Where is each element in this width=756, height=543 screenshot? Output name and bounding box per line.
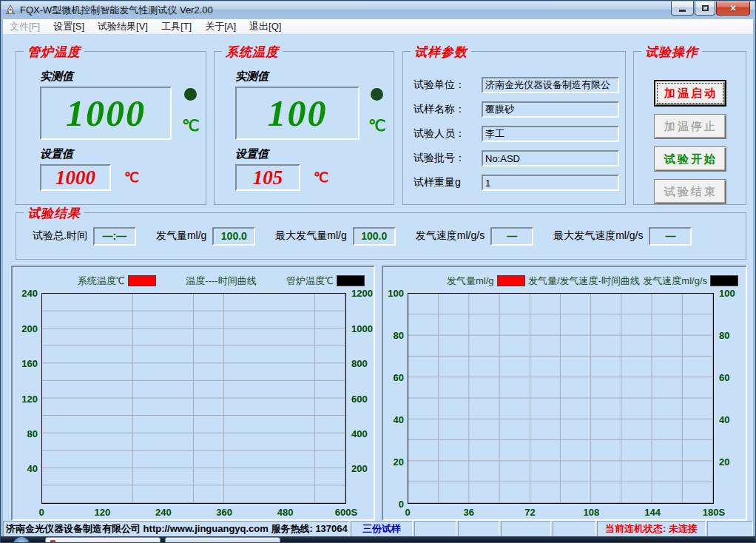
- temp-chart-legend-furnace: 管炉温度℃: [286, 274, 365, 288]
- taskbar-app-icon: [50, 540, 55, 542]
- menu-item-settings[interactable]: 设置[S]: [47, 18, 91, 35]
- temperature-chart-panel: 系统温度℃ 温度----时间曲线 管炉温度℃ 2402001601208040 …: [11, 266, 375, 521]
- system-temp-legend-swatch: [128, 275, 156, 286]
- window-title: FQX-W型微机控制智能发气性测试仪 Ver2.00: [20, 4, 213, 17]
- sample-name-label: 试样名称：: [414, 103, 482, 116]
- axis-tick-label: 240: [21, 288, 38, 299]
- axis-tick-label: 100: [719, 288, 735, 299]
- menu-item-exit[interactable]: 退出[Q]: [243, 18, 288, 35]
- gas-chart-panel: 发气量ml/g 发气量/发气速度-时间曲线 发气速度ml/g/s 1008060…: [382, 266, 747, 521]
- total-time-label: 试验总.时间: [33, 229, 87, 243]
- menu-item-tools[interactable]: 工具[T]: [155, 18, 198, 35]
- gas-chart-legend-volume: 发气量ml/g: [447, 274, 525, 288]
- axis-tick-label: 40: [719, 414, 729, 425]
- axis-tick-label: 40: [394, 414, 404, 425]
- test-end-button[interactable]: 试验结束: [654, 179, 726, 204]
- gas-chart-yaxis-left: 100806040200: [383, 293, 408, 504]
- sample-name-input[interactable]: [482, 101, 619, 118]
- temp-chart-title: 温度----时间曲线: [186, 274, 256, 288]
- taskbar-app-button[interactable]: [45, 537, 161, 542]
- minimize-button[interactable]: [671, 1, 694, 16]
- menu-item-results[interactable]: 试验结果[V]: [91, 18, 155, 35]
- minimize-icon: [679, 10, 686, 12]
- status-sample-count: 三份试样: [351, 521, 413, 537]
- status-empty-segment: [414, 521, 456, 537]
- app-rocket-icon: [4, 4, 16, 16]
- status-bar: 济南金光仪器设备制造有限公司 http://www.jinguangyq.com…: [3, 521, 753, 537]
- system-temp-group: 系统温度 实测值 100 ℃ 设置值 105 ℃: [214, 51, 394, 205]
- axis-tick-label: 72: [524, 507, 535, 518]
- close-button[interactable]: ×: [716, 1, 750, 16]
- axis-tick-label: 100: [388, 288, 404, 299]
- max-gas-rate-value: —: [649, 227, 692, 246]
- furnace-measured-label: 实测值: [40, 70, 206, 84]
- axis-tick-label: 600: [351, 393, 368, 404]
- system-temp-group-title: 系统温度: [222, 44, 283, 61]
- axis-tick-label: 36: [464, 507, 474, 518]
- system-measured-unit: ℃: [368, 117, 386, 135]
- menu-item-about[interactable]: 关于[A]: [198, 18, 243, 35]
- application-window: FQX-W型微机控制智能发气性测试仪 Ver2.00 × 文件[F] 设置[S]…: [0, 0, 756, 543]
- sample-operator-input[interactable]: [482, 126, 619, 142]
- menu-item-file[interactable]: 文件[F]: [3, 18, 47, 35]
- axis-tick-label: 60: [719, 372, 729, 383]
- temp-chart-plot-area: [41, 293, 346, 504]
- system-set-value: 105: [253, 166, 283, 189]
- sample-weight-input[interactable]: [482, 175, 619, 191]
- system-measured-display: 100: [235, 87, 360, 140]
- status-empty-segment: [501, 521, 551, 537]
- max-gas-volume-label: 最大发气量ml/g: [275, 229, 346, 243]
- status-connection-state: 当前连机状态: 未连接: [597, 521, 706, 537]
- furnace-temp-group: 管炉温度 实测值 1000 ℃ 设置值 1000: [16, 51, 206, 205]
- gas-rate-label: 发气速度ml/g/s: [416, 229, 485, 243]
- close-icon: ×: [730, 3, 736, 13]
- axis-tick-label: 1000: [351, 323, 373, 334]
- axis-tick-label: 360: [216, 507, 232, 518]
- taskbar-app-button[interactable]: [165, 537, 280, 542]
- system-measured-value: 100: [268, 92, 328, 135]
- start-button[interactable]: [13, 537, 30, 542]
- status-empty-segment: [458, 521, 499, 537]
- axis-tick-label: 40: [27, 463, 38, 474]
- gas-chart-plot-area: [408, 293, 714, 504]
- gas-chart-yaxis-right: 10080604020: [714, 293, 746, 504]
- axis-tick-label: 480: [277, 507, 294, 518]
- max-gas-rate-label: 最大发气速度ml/g/s: [553, 229, 643, 243]
- furnace-set-unit: ℃: [124, 169, 139, 186]
- axis-tick-label: 20: [719, 456, 729, 468]
- axis-tick-label: 200: [21, 323, 38, 334]
- temp-chart-xaxis: 0120240360480600S: [41, 505, 346, 519]
- sample-unit-label: 试验单位：: [414, 78, 482, 92]
- gas-volume-value: 100.0: [212, 227, 255, 246]
- sample-unit-input[interactable]: [482, 77, 619, 93]
- axis-tick-label: 0: [399, 499, 404, 510]
- maximize-button[interactable]: [695, 1, 715, 16]
- sample-batch-label: 试验批号：: [414, 152, 482, 165]
- system-status-indicator: [371, 88, 383, 101]
- axis-tick-label: 0: [38, 507, 44, 518]
- furnace-set-label: 设置值: [40, 147, 206, 161]
- gas-rate-legend-swatch: [710, 275, 738, 286]
- results-group: 试验结果 试验总.时间 —:— 发气量ml/g 100.0 最大发气量ml/g …: [16, 212, 746, 260]
- furnace-set-value: 1000: [55, 166, 95, 189]
- test-start-button[interactable]: 试验开始: [654, 146, 726, 172]
- axis-tick-label: 400: [351, 428, 368, 439]
- axis-tick-label: 120: [95, 507, 111, 518]
- heat-start-button[interactable]: 加温启动: [654, 80, 726, 107]
- windows-taskbar: [1, 536, 755, 542]
- temp-chart-yaxis-left: 2402001601208040: [13, 293, 41, 504]
- axis-tick-label: 160: [21, 357, 38, 368]
- furnace-measured-display: 1000: [40, 87, 172, 140]
- axis-tick-label: 20: [394, 456, 404, 468]
- axis-tick-label: 600S: [335, 507, 357, 518]
- heat-stop-button[interactable]: 加温停止: [654, 114, 726, 139]
- sample-weight-label: 试样重量g: [414, 176, 482, 189]
- system-set-display: 105: [235, 164, 300, 191]
- axis-tick-label: 80: [27, 428, 38, 439]
- furnace-status-indicator: [184, 88, 197, 101]
- axis-tick-label: 80: [394, 330, 404, 341]
- temp-chart-yaxis-right: 12001000800600400200: [346, 293, 374, 504]
- sample-batch-input[interactable]: [482, 150, 619, 166]
- axis-tick-label: 1200: [351, 288, 373, 299]
- axis-tick-label: 80: [719, 330, 729, 341]
